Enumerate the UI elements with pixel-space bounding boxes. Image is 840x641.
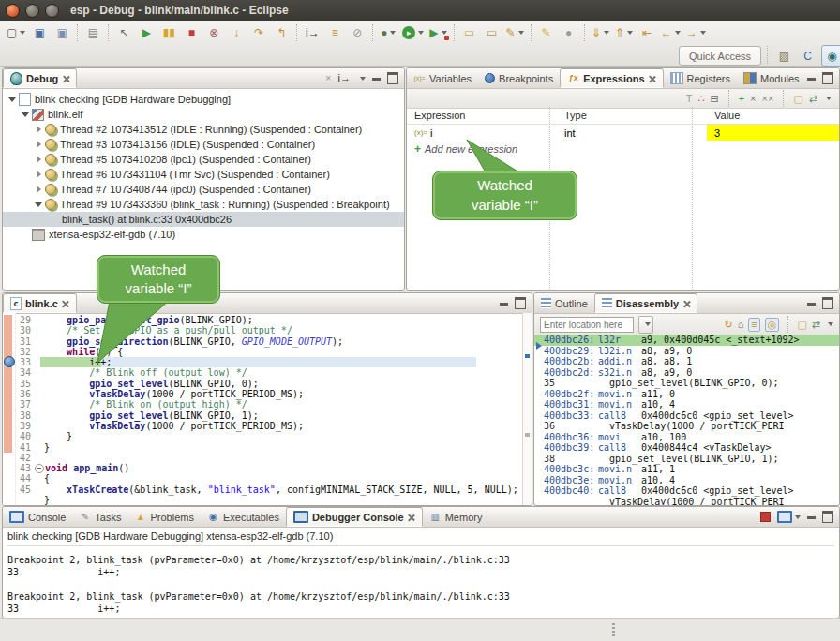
tab-registers[interactable]: Registers [664,68,737,88]
close-icon[interactable] [682,300,690,307]
refresh-button[interactable]: ↻ [724,320,732,330]
step-into-button[interactable]: ↓ [226,23,247,42]
home-button[interactable]: ⌂ [738,320,744,330]
tab-debugger-console[interactable]: Debugger Console [286,507,423,527]
tab-executables[interactable]: ◉Executables [201,507,286,527]
maximize-view-button[interactable] [822,297,833,309]
forward-button[interactable]: → [684,23,708,42]
previous-annotation-button[interactable]: ⇑ [613,23,635,42]
debug-tree-item[interactable]: Thread #6 1073431104 (Tmr Svc) (Suspende… [3,167,404,182]
disassembly-row[interactable]: 35gpio_set_level(BLINK_GPIO, 0); [534,378,839,389]
disassembly-row[interactable]: 400dbc36:movia10, 100 [534,432,839,443]
disassembly-row[interactable]: 400dbc33:call80x400dc6c0 <gpio_set_level… [534,410,839,422]
save-button[interactable]: ▣ [29,23,50,42]
minimize-view-button[interactable] [807,514,816,519]
disassembly-row[interactable]: 400dbc2f:movi.na11, 0 [534,389,839,400]
disassembly-listing[interactable]: 400dbc26:l32ra9, 0x400d045c <_stext+1092… [534,335,839,505]
tab-tasks[interactable]: ✎Tasks [72,507,128,527]
open-perspective-button[interactable]: ▨ [774,46,794,66]
disassembly-row[interactable]: 36vTaskDelay(1000 / portTICK_PERI [534,421,839,432]
step-return-button[interactable]: ↰ [271,23,292,42]
minimize-view-button[interactable] [500,301,508,306]
disassembly-row[interactable]: 38gpio_set_level(BLINK_GPIO, 1); [534,454,839,465]
instruction-stepping-button[interactable]: i→ [302,23,322,42]
tab-modules[interactable]: Modules [737,68,806,88]
sash-drag-handle[interactable] [612,623,615,636]
annotations-button[interactable]: ● [559,23,579,42]
suspend-button[interactable]: ▮▮ [158,23,179,42]
toggle-mark-occurrences-button[interactable]: ✎ [536,23,557,42]
location-dropdown[interactable] [638,316,653,334]
debug-tree-item[interactable]: Thread #9 1073433360 (blink_task : Runni… [3,197,404,212]
value-cell[interactable]: 3 [707,125,839,141]
debug-tree-item[interactable]: Thread #5 1073410208 (ipc1) (Suspended :… [3,152,404,167]
disconnect-button[interactable]: ⊗ [203,23,224,42]
view-menu-button[interactable] [823,97,832,100]
collapsed-arrow-icon[interactable] [35,141,43,149]
maximize-view-button[interactable] [515,297,526,309]
column-expression[interactable]: Expression [407,110,557,121]
terminate-button[interactable]: ■ [181,23,202,42]
expanded-arrow-icon[interactable] [8,96,17,104]
display-console-button[interactable] [777,511,801,523]
external-tools-button[interactable]: ▶ [428,23,448,42]
close-icon[interactable] [649,75,656,82]
window-maximize-button[interactable] [45,4,59,18]
disassembly-row[interactable]: 400dbc3c:movi.na11, 1 [534,464,839,475]
overview-breakpoint-mark[interactable] [525,354,530,358]
overview-mark[interactable] [525,433,530,437]
column-type[interactable]: Type [557,110,707,121]
minimize-view-button[interactable] [807,301,816,306]
disassembly-row[interactable]: 400dbc26:l32ra9, 0x400d045c <_stext+1092… [534,335,839,346]
resume-button[interactable]: ▶ [136,23,157,42]
skip-all-breakpoints-button[interactable]: ⊘ [347,23,368,42]
cpp-perspective-button[interactable]: C [798,46,818,66]
tab-problems[interactable]: ▲Problems [128,507,200,527]
link-view-button[interactable]: ⇄ [809,94,818,104]
debug-tree-item[interactable]: blink.elf [3,107,404,122]
save-all-button[interactable]: ▣ [52,23,72,42]
disassembly-row[interactable]: 400dbc2b:addi.na8, a8, 1 [534,356,839,367]
disassembly-row[interactable]: 400dbc29:l32i.na8, a9, 0 [534,346,839,357]
window-minimize-button[interactable] [25,4,39,18]
tab-outline[interactable]: Outline [534,293,594,313]
fold-minus-icon[interactable] [35,464,44,473]
debug-perspective-button[interactable]: ◉ [821,45,840,67]
expanded-arrow-icon[interactable] [22,111,30,119]
remove-all-terminated-button[interactable]: × [325,73,331,83]
collapsed-arrow-icon[interactable] [35,171,43,179]
maximize-view-button[interactable] [387,72,398,84]
pin-view-button[interactable]: ⇄ [812,320,820,330]
add-expression-button[interactable]: + [739,94,744,104]
collapsed-arrow-icon[interactable] [35,126,43,134]
build-button[interactable]: ▤ [82,23,103,42]
new-expressions-view-button[interactable]: ▢ [793,94,802,104]
close-icon[interactable] [62,300,69,307]
minimize-view-button[interactable] [372,76,381,81]
debug-tree-item[interactable]: blink checking [GDB Hardware Debugging] [3,92,404,107]
tab-console[interactable]: Console [3,507,72,527]
breakpoint-marker[interactable] [4,356,15,367]
view-menu-button[interactable] [825,322,833,326]
disassembly-row[interactable]: 400dbc39:call80x400844c4 <vTaskDelay> [534,442,839,454]
maximize-view-button[interactable] [822,511,833,523]
show-source-button[interactable]: ≡ [748,318,759,332]
disassembly-row[interactable]: vTaskDelay(1000 / portTICK_PERI [534,497,839,506]
new-view-button[interactable]: ▢ [797,320,806,330]
show-execution-point-button[interactable]: ≡ [324,23,345,42]
tab-disassembly[interactable]: Disassembly [594,293,698,313]
view-menu-button[interactable] [357,77,366,81]
expanded-arrow-icon[interactable] [35,201,43,209]
remove-expression-button[interactable]: × [750,94,756,104]
run-button[interactable]: ▸ [400,23,426,42]
select-tool-button[interactable]: ↖ [113,23,134,42]
open-element-button[interactable]: ▭ [482,23,502,42]
location-input[interactable] [540,317,634,333]
open-type-button[interactable]: ▭ [459,23,480,42]
close-icon[interactable] [62,75,69,82]
tab-variables[interactable]: (x)=Variables [407,68,478,88]
disassembly-row[interactable]: 400dbc31:movi.na10, 4 [534,399,839,410]
minimize-view-button[interactable] [807,76,816,81]
maximize-view-button[interactable] [822,72,833,84]
collapse-all-button[interactable]: ⊟ [710,94,718,104]
